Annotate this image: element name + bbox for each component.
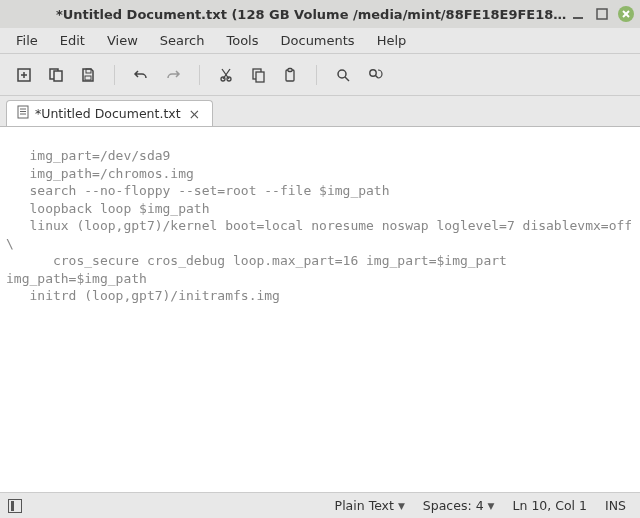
copy-button[interactable] xyxy=(244,61,272,89)
document-icon xyxy=(17,105,29,122)
tab-close-button[interactable]: × xyxy=(187,106,203,122)
svg-point-19 xyxy=(338,70,346,78)
cut-button[interactable] xyxy=(212,61,240,89)
find-button[interactable] xyxy=(329,61,357,89)
toolbar-separator xyxy=(114,65,115,85)
statusbar: Plain Text ▼ Spaces: 4 ▼ Ln 10, Col 1 IN… xyxy=(0,492,640,518)
toolbar-separator xyxy=(316,65,317,85)
svg-rect-18 xyxy=(288,68,292,71)
indent-selector[interactable]: Spaces: 4 ▼ xyxy=(417,498,501,513)
menu-search[interactable]: Search xyxy=(150,31,215,50)
chevron-down-icon: ▼ xyxy=(398,501,405,511)
editor-content[interactable]: img_part=/dev/sda9 img_path=/chromos.img… xyxy=(6,147,634,305)
window-titlebar: *Untitled Document.txt (128 GB Volume /m… xyxy=(0,0,640,28)
overwrite-mode[interactable]: INS xyxy=(599,498,632,513)
new-tab-button[interactable] xyxy=(10,61,38,89)
syntax-label: Plain Text xyxy=(335,498,394,513)
tab-label: *Untitled Document.txt xyxy=(35,106,181,121)
menu-documents[interactable]: Documents xyxy=(271,31,365,50)
menu-file[interactable]: File xyxy=(6,31,48,50)
toolbar xyxy=(0,54,640,96)
menu-view[interactable]: View xyxy=(97,31,148,50)
tabbar: *Untitled Document.txt × xyxy=(0,96,640,126)
toolbar-separator xyxy=(199,65,200,85)
menu-tools[interactable]: Tools xyxy=(216,31,268,50)
svg-line-22 xyxy=(376,75,379,78)
open-button[interactable] xyxy=(42,61,70,89)
svg-point-21 xyxy=(370,69,376,75)
paste-button[interactable] xyxy=(276,61,304,89)
maximize-button[interactable] xyxy=(594,6,610,22)
indent-label: Spaces: 4 xyxy=(423,498,484,513)
undo-button[interactable] xyxy=(127,61,155,89)
cursor-label: Ln 10, Col 1 xyxy=(513,498,588,513)
editor-area[interactable]: img_part=/dev/sda9 img_path=/chromos.img… xyxy=(0,126,640,492)
overwrite-label: INS xyxy=(605,498,626,513)
save-button[interactable] xyxy=(74,61,102,89)
redo-button[interactable] xyxy=(159,61,187,89)
menu-edit[interactable]: Edit xyxy=(50,31,95,50)
minimize-button[interactable] xyxy=(570,6,586,22)
window-controls xyxy=(570,6,634,22)
svg-rect-8 xyxy=(54,71,62,81)
document-tab[interactable]: *Untitled Document.txt × xyxy=(6,100,213,126)
svg-rect-16 xyxy=(256,72,264,82)
svg-line-20 xyxy=(345,77,349,81)
svg-rect-1 xyxy=(597,9,607,19)
side-panel-toggle[interactable] xyxy=(8,499,22,513)
close-button[interactable] xyxy=(618,6,634,22)
menubar: File Edit View Search Tools Documents He… xyxy=(0,28,640,54)
cursor-position: Ln 10, Col 1 xyxy=(507,498,594,513)
chevron-down-icon: ▼ xyxy=(488,501,495,511)
svg-rect-9 xyxy=(85,76,91,80)
window-title: *Untitled Document.txt (128 GB Volume /m… xyxy=(56,7,570,22)
menu-help[interactable]: Help xyxy=(367,31,417,50)
syntax-selector[interactable]: Plain Text ▼ xyxy=(329,498,411,513)
find-replace-button[interactable] xyxy=(361,61,389,89)
